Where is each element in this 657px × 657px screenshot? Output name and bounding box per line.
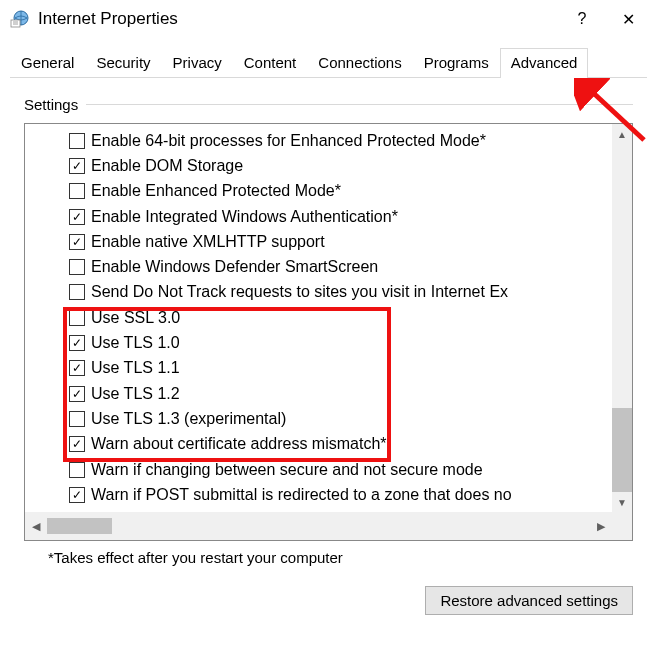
scrollbar-corner: [612, 512, 632, 540]
setting-label: Warn if changing between secure and not …: [91, 461, 483, 479]
checkbox[interactable]: [69, 411, 85, 427]
setting-label: Enable Integrated Windows Authentication…: [91, 208, 398, 226]
settings-list: Enable 64-bit processes for Enhanced Pro…: [25, 124, 632, 514]
checkbox[interactable]: [69, 462, 85, 478]
checkbox[interactable]: [69, 133, 85, 149]
setting-item[interactable]: Use TLS 1.2: [69, 381, 632, 406]
setting-label: Send Do Not Track requests to sites you …: [91, 283, 508, 301]
restart-note: *Takes effect after you restart your com…: [48, 549, 633, 566]
tab-security[interactable]: Security: [85, 48, 161, 77]
vscroll-thumb[interactable]: [612, 408, 632, 492]
checkbox[interactable]: [69, 436, 85, 452]
checkbox[interactable]: [69, 487, 85, 503]
setting-item[interactable]: Enable native XMLHTTP support: [69, 229, 632, 254]
setting-label: Enable native XMLHTTP support: [91, 233, 325, 251]
window-controls: ? ✕: [559, 4, 651, 34]
tab-general[interactable]: General: [10, 48, 85, 77]
scroll-down-arrow-icon[interactable]: ▼: [612, 492, 632, 512]
settings-groupbox-label: Settings: [24, 96, 633, 113]
tab-programs[interactable]: Programs: [413, 48, 500, 77]
setting-item[interactable]: Enable Enhanced Protected Mode*: [69, 179, 632, 204]
setting-label: Enable DOM Storage: [91, 157, 243, 175]
hscroll-track[interactable]: [47, 512, 590, 540]
tab-strip: General Security Privacy Content Connect…: [0, 38, 657, 78]
setting-item[interactable]: Use TLS 1.3 (experimental): [69, 406, 632, 431]
settings-listbox: Enable 64-bit processes for Enhanced Pro…: [24, 123, 633, 541]
restore-advanced-settings-button[interactable]: Restore advanced settings: [425, 586, 633, 615]
svg-rect-1: [11, 20, 20, 27]
window-title: Internet Properties: [38, 9, 559, 29]
checkbox[interactable]: [69, 310, 85, 326]
groupbox-line: [86, 104, 633, 105]
setting-label: Enable Enhanced Protected Mode*: [91, 182, 341, 200]
checkbox[interactable]: [69, 335, 85, 351]
settings-label-text: Settings: [24, 96, 78, 113]
checkbox[interactable]: [69, 158, 85, 174]
tab-connections[interactable]: Connections: [307, 48, 412, 77]
checkbox[interactable]: [69, 183, 85, 199]
tab-advanced[interactable]: Advanced: [500, 48, 589, 77]
horizontal-scrollbar[interactable]: ◀ ▶: [25, 512, 612, 540]
checkbox[interactable]: [69, 209, 85, 225]
checkbox[interactable]: [69, 386, 85, 402]
setting-label: Use SSL 3.0: [91, 309, 180, 327]
tab-privacy[interactable]: Privacy: [162, 48, 233, 77]
tab-panel-advanced: Settings Enable 64-bit processes for Enh…: [0, 78, 657, 576]
setting-item[interactable]: Use SSL 3.0: [69, 305, 632, 330]
close-button[interactable]: ✕: [605, 4, 651, 34]
scroll-up-arrow-icon[interactable]: ▲: [612, 124, 632, 144]
vertical-scrollbar[interactable]: ▲ ▼: [612, 124, 632, 512]
scroll-right-arrow-icon[interactable]: ▶: [590, 512, 612, 540]
setting-item[interactable]: Enable DOM Storage: [69, 153, 632, 178]
setting-item[interactable]: Enable Windows Defender SmartScreen: [69, 254, 632, 279]
checkbox[interactable]: [69, 259, 85, 275]
help-button[interactable]: ?: [559, 4, 605, 34]
setting-label: Warn about certificate address mismatch*: [91, 435, 387, 453]
setting-label: Use TLS 1.0: [91, 334, 180, 352]
restore-row: Restore advanced settings: [0, 576, 657, 615]
setting-label: Enable Windows Defender SmartScreen: [91, 258, 378, 276]
setting-item[interactable]: Warn about certificate address mismatch*: [69, 432, 632, 457]
setting-label: Warn if POST submittal is redirected to …: [91, 486, 512, 504]
setting-item[interactable]: Use TLS 1.0: [69, 330, 632, 355]
setting-label: Use TLS 1.1: [91, 359, 180, 377]
vscroll-track[interactable]: [612, 144, 632, 492]
titlebar: Internet Properties ? ✕: [0, 0, 657, 38]
setting-item[interactable]: Use TLS 1.1: [69, 356, 632, 381]
setting-item[interactable]: Send Do Not Track requests to sites you …: [69, 280, 632, 305]
checkbox[interactable]: [69, 360, 85, 376]
internet-options-icon: [10, 9, 30, 29]
checkbox[interactable]: [69, 234, 85, 250]
checkbox[interactable]: [69, 284, 85, 300]
setting-item[interactable]: Enable 64-bit processes for Enhanced Pro…: [69, 128, 632, 153]
setting-label: Use TLS 1.3 (experimental): [91, 410, 286, 428]
scroll-left-arrow-icon[interactable]: ◀: [25, 512, 47, 540]
tab-content[interactable]: Content: [233, 48, 308, 77]
setting-label: Use TLS 1.2: [91, 385, 180, 403]
setting-item[interactable]: Warn if POST submittal is redirected to …: [69, 482, 632, 507]
setting-item[interactable]: Enable Integrated Windows Authentication…: [69, 204, 632, 229]
setting-label: Enable 64-bit processes for Enhanced Pro…: [91, 132, 486, 150]
setting-item[interactable]: Warn if changing between secure and not …: [69, 457, 632, 482]
hscroll-thumb[interactable]: [47, 518, 112, 534]
